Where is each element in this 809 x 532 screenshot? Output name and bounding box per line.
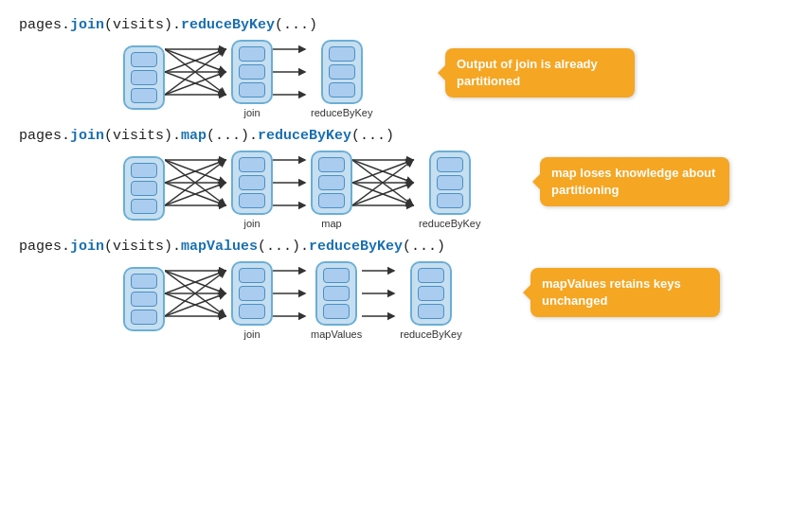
reduce-group-2: [429, 151, 471, 215]
reduce-label-1: reduceByKey: [311, 107, 372, 118]
arrows-svg-1b: [273, 39, 311, 105]
node-box: [239, 268, 265, 283]
join-nodes-1: join: [231, 40, 273, 118]
join-group-3: [231, 261, 273, 326]
code-join-3: join: [70, 239, 104, 255]
node-box: [437, 157, 463, 172]
join-label-3: join: [243, 328, 260, 340]
node-box: [239, 64, 265, 80]
node-box: [239, 46, 265, 62]
code-join-1: join: [70, 17, 104, 33]
arrows-svg-3c: [362, 260, 400, 327]
code-map-2: map: [181, 128, 207, 144]
node-box: [239, 157, 265, 172]
code-prefix-3: pages.: [19, 239, 70, 255]
code-suffix-3a: (...).: [258, 239, 309, 255]
callout-1: Output of join is already partitioned: [445, 48, 635, 98]
reduce-nodes-1: reduceByKey: [311, 40, 372, 118]
code-line-1: pages.join(visits).reduceByKey(...): [19, 17, 790, 33]
map-label-2: map: [321, 218, 341, 229]
reduce-nodes-2: reduceByKey: [419, 151, 480, 229]
node-box: [318, 175, 345, 190]
section1: pages.join(visits).reduceByKey(...): [19, 17, 790, 118]
code-mapvalues-3: mapValues: [181, 239, 258, 255]
diag-inner-1: join reduceByKey: [123, 39, 372, 118]
code-reduce-2: reduceByKey: [258, 128, 351, 144]
node-box: [239, 193, 265, 208]
node-box: [131, 52, 157, 67]
mapvalues-group-3: [315, 261, 357, 326]
arrows-svg-2c: [352, 150, 419, 216]
diagram-1: join reduceByKey: [123, 39, 790, 118]
node-box: [131, 292, 157, 307]
node-box: [437, 175, 463, 190]
diag-inner-3: join mapValues: [123, 260, 462, 340]
reduce-group-3: [410, 261, 452, 326]
code-suffix-3b: (...): [403, 239, 445, 255]
diag-inner-2: join map: [123, 150, 480, 229]
node-box: [239, 304, 265, 319]
diagram-3: join mapValues: [123, 260, 790, 340]
node-box: [131, 199, 157, 214]
code-suffix-2b: (...): [351, 128, 394, 144]
node-box: [329, 82, 355, 98]
arrows-svg-2b: [273, 150, 311, 216]
arrows-svg-3b: [273, 260, 311, 327]
node-box: [323, 304, 350, 319]
reduce-group-1: [321, 40, 363, 104]
mapvalues-label-3: mapValues: [311, 328, 362, 340]
map-group-2: [311, 151, 352, 215]
node-box: [239, 175, 265, 190]
code-mid-2: (visits).: [104, 128, 181, 144]
node-box: [323, 286, 350, 301]
node-box: [418, 286, 444, 301]
page: pages.join(visits).reduceByKey(...): [0, 0, 809, 532]
reduce-nodes-3: reduceByKey: [400, 261, 461, 340]
node-box: [131, 310, 157, 325]
node-box: [131, 163, 157, 178]
code-reduce-1: reduceByKey: [181, 17, 275, 33]
join-label-2: join: [243, 218, 260, 229]
code-suffix-2a: (...).: [207, 128, 258, 144]
source-group-3: [123, 267, 165, 331]
map-nodes-2: map: [311, 151, 352, 229]
node-box: [131, 181, 157, 196]
node-box: [418, 268, 444, 283]
join-group-1: [231, 40, 273, 104]
section3: pages.join(visits).mapValues(...).reduce…: [19, 239, 790, 340]
source-nodes-1: [123, 45, 165, 113]
node-box: [437, 193, 463, 208]
diagram-2: join map: [123, 150, 790, 229]
node-box: [131, 88, 157, 103]
mapvalues-nodes-3: mapValues: [311, 261, 362, 340]
join-nodes-2: join: [231, 151, 273, 229]
code-prefix-1: pages.: [19, 17, 70, 33]
node-box: [239, 286, 265, 301]
node-box: [418, 304, 444, 319]
arrows-svg-2a: [165, 150, 231, 216]
code-mid-3: (visits).: [104, 239, 181, 255]
node-box: [329, 46, 355, 62]
reduce-label-2: reduceByKey: [419, 218, 480, 229]
node-box: [323, 268, 350, 283]
arrows-svg-3a: [165, 260, 231, 327]
arrows-svg-1a: [165, 39, 231, 105]
callout-3: mapValues retains keys unchanged: [530, 268, 720, 317]
join-label-1: join: [243, 107, 260, 118]
code-mid-1: (visits).: [104, 17, 181, 33]
node-box: [131, 274, 157, 289]
node-box: [329, 64, 355, 80]
code-line-2: pages.join(visits).map(...).reduceByKey(…: [19, 128, 790, 144]
source-nodes-3: [123, 267, 165, 334]
code-line-3: pages.join(visits).mapValues(...).reduce…: [19, 239, 790, 255]
code-reduce-3: reduceByKey: [309, 239, 403, 255]
section2: pages.join(visits).map(...).reduceByKey(…: [19, 128, 790, 229]
code-join-2: join: [70, 128, 104, 144]
node-box: [318, 157, 345, 172]
code-prefix-2: pages.: [19, 128, 70, 144]
node-box: [239, 82, 265, 98]
join-nodes-3: join: [231, 261, 273, 340]
source-group-1: [123, 45, 165, 110]
callout-2: map loses knowledge about partitioning: [540, 157, 729, 206]
source-group-2: [123, 156, 165, 221]
